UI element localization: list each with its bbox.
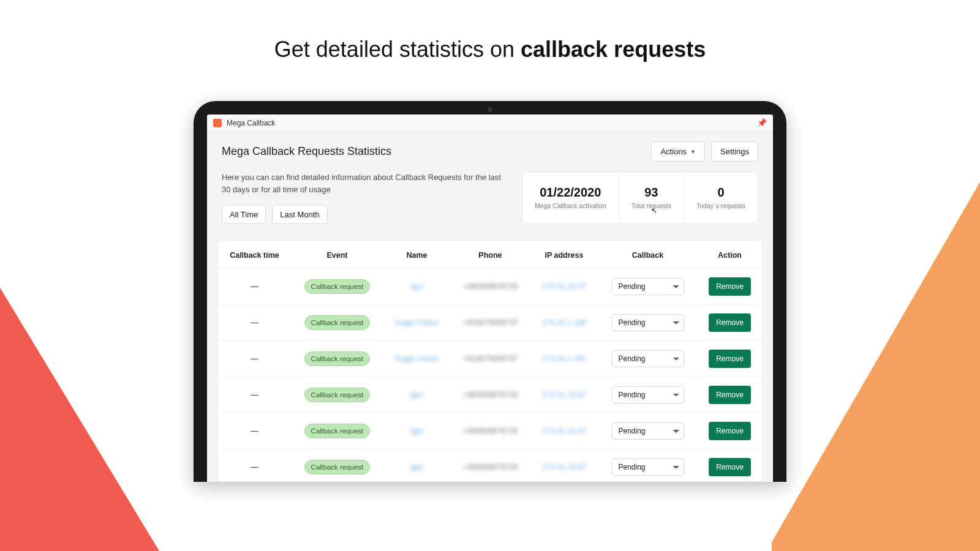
cell-action: Remove [698, 305, 762, 341]
cell-name: Sugar Cletus [383, 341, 450, 377]
cell-ip: 173.31.13.47 [530, 449, 598, 482]
ip-value: 173.31.13.47 [541, 282, 586, 291]
col-event: Event [291, 241, 383, 269]
cursor-icon: ↖ [651, 206, 657, 215]
cell-callback: Pending [598, 269, 698, 305]
name-value: Igor [410, 427, 424, 435]
cell-event: Callback request [291, 413, 383, 449]
callback-status-select[interactable]: Pending [612, 350, 684, 367]
name-value: Sugar Cletus [394, 318, 439, 327]
event-badge: Callback request [304, 388, 371, 402]
cell-ip: 173.31.13.47 [530, 269, 598, 305]
laptop-mock: Mega Callback 📌 Mega Callback Requests S… [194, 101, 786, 482]
caret-down-icon: ▼ [690, 149, 696, 155]
remove-button[interactable]: Remove [709, 277, 751, 296]
cell-callback: Pending [598, 449, 698, 482]
cell-callback-time: — [218, 341, 291, 377]
app-screen: Mega Callback 📌 Mega Callback Requests S… [207, 114, 773, 482]
cell-action: Remove [698, 377, 762, 413]
stat-label: Today`s requests [696, 202, 745, 211]
remove-button[interactable]: Remove [709, 422, 751, 440]
cell-ip: 173.31.1.185 [530, 305, 598, 341]
name-value: Igor [410, 463, 424, 471]
table-row: —Callback requestIgor+380509876720173.31… [218, 269, 762, 305]
stat-total-requests: 93 Total requests ↖ [619, 172, 684, 223]
table-row: —Callback requestIgor+380509876720173.31… [218, 377, 762, 413]
table-row: —Callback requestIgor+380509876720173.31… [218, 449, 762, 482]
filter-last-month[interactable]: Last Month [272, 205, 327, 224]
col-callback: Callback [598, 241, 698, 269]
col-ip: IP address [530, 241, 598, 269]
requests-table: Callback time Event Name Phone IP addres… [218, 241, 762, 482]
event-badge: Callback request [304, 424, 371, 438]
cell-callback-time: — [218, 377, 291, 413]
ip-value: 173.31.1.181 [541, 354, 586, 363]
remove-button[interactable]: Remove [709, 350, 751, 368]
cell-event: Callback request [291, 341, 383, 377]
ip-value: 173.31.73.47 [541, 391, 586, 399]
cell-ip: 173.31.13.47 [530, 413, 598, 449]
remove-button[interactable]: Remove [709, 458, 751, 476]
phone-value: +380509876720 [462, 391, 518, 399]
cell-name: Igor [383, 377, 450, 413]
col-callback-time: Callback time [218, 241, 291, 269]
cell-phone: +380509876720 [450, 377, 530, 413]
pin-icon[interactable]: 📌 [757, 118, 767, 127]
app-icon [213, 119, 222, 127]
requests-table-card: Callback time Event Name Phone IP addres… [218, 241, 762, 482]
cell-phone: +380509876720 [450, 449, 530, 482]
callback-status-select[interactable]: Pending [612, 386, 684, 403]
event-badge: Callback request [304, 460, 371, 474]
callback-status-select[interactable]: Pending [612, 314, 684, 331]
cell-ip: 173.31.1.181 [530, 341, 598, 377]
cell-phone: +919075849737 [450, 341, 530, 377]
cell-event: Callback request [291, 305, 383, 341]
page-title: Mega Callback Requests Statistics [222, 145, 391, 158]
cell-event: Callback request [291, 377, 383, 413]
settings-button[interactable]: Settings [711, 141, 758, 162]
cell-callback: Pending [598, 377, 698, 413]
col-phone: Phone [450, 241, 530, 269]
ip-value: 173.31.1.185 [541, 318, 586, 327]
cell-action: Remove [698, 341, 762, 377]
remove-button[interactable]: Remove [709, 313, 751, 332]
table-row: —Callback requestSugar Cletus+9190758497… [218, 305, 762, 341]
cell-callback: Pending [598, 305, 698, 341]
actions-button[interactable]: Actions ▼ [651, 141, 705, 162]
app-name: Mega Callback [227, 119, 275, 127]
cell-callback-time: — [218, 269, 291, 305]
cell-action: Remove [698, 449, 762, 482]
stat-value: 93 [644, 186, 658, 200]
settings-label: Settings [720, 147, 749, 156]
stat-cards: 01/22/2020 Mega Callback activation 93 T… [522, 171, 758, 224]
page-headline: Get detailed statistics on callback requ… [0, 37, 980, 62]
col-action: Action [698, 241, 762, 269]
col-name: Name [383, 241, 450, 269]
cell-name: Igor [383, 413, 450, 449]
filter-all-time[interactable]: All Time [222, 205, 266, 224]
ip-value: 173.31.13.47 [541, 463, 586, 471]
table-row: —Callback requestSugar Cletus+9190758497… [218, 341, 762, 377]
ip-value: 173.31.13.47 [541, 427, 586, 435]
callback-status-select[interactable]: Pending [612, 459, 684, 476]
remove-button[interactable]: Remove [709, 386, 751, 404]
cell-name: Sugar Cletus [383, 305, 450, 341]
name-value: Sugar Cletus [394, 354, 439, 363]
cell-phone: +380509876720 [450, 269, 530, 305]
headline-prefix: Get detailed statistics on [274, 37, 521, 62]
page-header: Mega Callback Requests Statistics Action… [207, 132, 773, 171]
cell-action: Remove [698, 413, 762, 449]
stat-value: 01/22/2020 [540, 186, 601, 200]
cell-callback-time: — [218, 305, 291, 341]
callback-status-select[interactable]: Pending [612, 422, 684, 440]
cell-ip: 173.31.73.47 [530, 377, 598, 413]
cell-event: Callback request [291, 449, 383, 482]
stat-label: Mega Callback activation [535, 202, 606, 211]
callback-status-select[interactable]: Pending [612, 278, 684, 295]
titlebar: Mega Callback 📌 [207, 114, 773, 132]
event-badge: Callback request [304, 315, 371, 330]
phone-value: +919075849737 [462, 354, 518, 363]
stat-value: 0 [717, 186, 724, 200]
description-text: Here you can can find detailed informati… [222, 171, 511, 195]
event-badge: Callback request [304, 351, 371, 366]
